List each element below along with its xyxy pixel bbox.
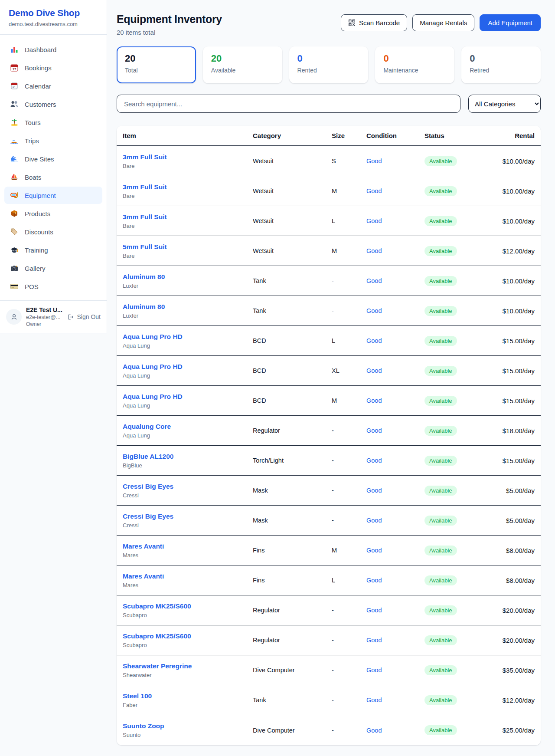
condition-link[interactable]: Good	[366, 307, 424, 314]
sidebar-item-dashboard[interactable]: Dashboard	[4, 41, 102, 58]
rental-cell: $15.00/day	[494, 337, 535, 345]
stat-card-available[interactable]: 20 Available	[203, 46, 282, 83]
item-name-link[interactable]: Aluminum 80	[123, 273, 253, 281]
size-cell: XL	[332, 367, 366, 374]
sidebar-item-training[interactable]: Training	[4, 241, 102, 259]
condition-link[interactable]: Good	[366, 367, 424, 374]
add-equipment-button[interactable]: Add Equipment	[480, 14, 541, 31]
stat-value: 0	[297, 53, 360, 64]
item-name-link[interactable]: Suunto Zoop	[123, 722, 253, 730]
item-name-link[interactable]: Shearwater Peregrine	[123, 662, 253, 670]
stat-card-rented[interactable]: 0 Rented	[289, 46, 369, 83]
item-name-link[interactable]: 3mm Full Suit	[123, 183, 253, 191]
user-name: E2E Test U...	[26, 306, 62, 313]
condition-link[interactable]: Good	[366, 667, 424, 674]
condition-link[interactable]: Good	[366, 517, 424, 524]
rental-cell: $20.00/day	[494, 607, 535, 614]
item-name-link[interactable]: 5mm Full Suit	[123, 243, 253, 251]
category-cell: BCD	[253, 367, 332, 374]
rental-cell: $12.00/day	[494, 697, 535, 704]
condition-link[interactable]: Good	[366, 158, 424, 164]
sidebar-item-gallery[interactable]: Gallery	[4, 260, 102, 277]
stat-card-total[interactable]: 20 Total	[117, 46, 196, 83]
scan-barcode-button[interactable]: Scan Barcode	[341, 14, 407, 31]
item-brand: BigBlue	[123, 462, 253, 469]
brand-name: Demo Dive Shop	[9, 8, 98, 18]
item-name-link[interactable]: Mares Avanti	[123, 542, 253, 550]
condition-link[interactable]: Good	[366, 337, 424, 344]
condition-link[interactable]: Good	[366, 187, 424, 194]
condition-link[interactable]: Good	[366, 547, 424, 554]
table-row: Scubapro MK25/S600 Scubapro Regulator - …	[117, 625, 541, 655]
grad-cap-icon	[10, 246, 19, 254]
condition-link[interactable]: Good	[366, 457, 424, 464]
sidebar-item-label: Equipment	[25, 192, 56, 199]
sidebar-item-label: Training	[25, 247, 48, 254]
category-cell: BCD	[253, 397, 332, 404]
item-name-link[interactable]: Steel 100	[123, 692, 253, 700]
sidebar-item-customers[interactable]: Customers	[4, 95, 102, 113]
item-name-link[interactable]: Mares Avanti	[123, 572, 253, 580]
sidebar-item-calendar[interactable]: Calendar	[4, 77, 102, 95]
condition-link[interactable]: Good	[366, 427, 424, 434]
item-name-link[interactable]: Cressi Big Eyes	[123, 483, 253, 490]
sidebar-item-products[interactable]: Products	[4, 205, 102, 222]
condition-link[interactable]: Good	[366, 607, 424, 614]
item-name-link[interactable]: Aqua Lung Pro HD	[123, 393, 253, 401]
item-name-link[interactable]: Scubapro MK25/S600	[123, 602, 253, 610]
stat-card-maintenance[interactable]: 0 Maintenance	[375, 46, 454, 83]
sidebar-item-bookings[interactable]: 17 Bookings	[4, 59, 102, 76]
sidebar-item-discounts[interactable]: Discounts	[4, 223, 102, 240]
sign-out-button[interactable]: Sign Out	[67, 313, 101, 321]
rental-cell: $15.00/day	[494, 457, 535, 464]
sidebar-item-dive-sites[interactable]: Dive Sites	[4, 150, 102, 168]
category-select[interactable]: All Categories	[468, 95, 541, 113]
item-name-link[interactable]: Aluminum 80	[123, 303, 253, 311]
sidebar-item-pos[interactable]: POS	[4, 278, 102, 295]
item-name-link[interactable]: Cressi Big Eyes	[123, 513, 253, 520]
item-name-link[interactable]: 3mm Full Suit	[123, 153, 253, 161]
rental-cell: $15.00/day	[494, 397, 535, 404]
item-name-link[interactable]: 3mm Full Suit	[123, 213, 253, 221]
item-brand: Aqua Lung	[123, 372, 253, 379]
category-cell: Regulator	[253, 637, 332, 644]
status-badge: Available	[424, 306, 457, 316]
manage-rentals-button[interactable]: Manage Rentals	[412, 14, 474, 31]
condition-link[interactable]: Good	[366, 697, 424, 703]
table-row: Aluminum 80 Luxfer Tank - Good Available…	[117, 296, 541, 326]
item-name-link[interactable]: Aqualung Core	[123, 423, 253, 431]
item-name-link[interactable]: Scubapro MK25/S600	[123, 632, 253, 640]
size-cell: M	[332, 247, 366, 254]
size-cell: -	[332, 307, 366, 314]
table-header-row: Item Category Size Condition Status Rent…	[117, 126, 541, 146]
condition-link[interactable]: Good	[366, 637, 424, 644]
search-input[interactable]	[117, 95, 460, 113]
condition-link[interactable]: Good	[366, 577, 424, 584]
table-row: 3mm Full Suit Bare Wetsuit L Good Availa…	[117, 206, 541, 236]
sidebar-item-tours[interactable]: Tours	[4, 114, 102, 131]
sidebar-item-boats[interactable]: Boats	[4, 168, 102, 186]
condition-link[interactable]: Good	[366, 727, 424, 734]
item-name-link[interactable]: Aqua Lung Pro HD	[123, 363, 253, 371]
category-cell: Fins	[253, 577, 332, 584]
table-row: Shearwater Peregrine Shearwater Dive Com…	[117, 655, 541, 685]
condition-link[interactable]: Good	[366, 247, 424, 254]
rental-cell: $18.00/day	[494, 427, 535, 434]
table-row: Aqua Lung Pro HD Aqua Lung BCD M Good Av…	[117, 386, 541, 416]
sidebar-item-label: Products	[25, 210, 50, 217]
size-cell: -	[332, 697, 366, 703]
sidebar-item-trips[interactable]: Trips	[4, 132, 102, 149]
condition-link[interactable]: Good	[366, 487, 424, 494]
condition-link[interactable]: Good	[366, 277, 424, 284]
item-brand: Luxfer	[123, 283, 253, 289]
logout-icon	[67, 313, 75, 321]
condition-link[interactable]: Good	[366, 397, 424, 404]
condition-link[interactable]: Good	[366, 217, 424, 224]
stat-card-retired[interactable]: 0 Retired	[461, 46, 541, 83]
sidebar-item-equipment[interactable]: Equipment	[4, 187, 102, 204]
item-name-link[interactable]: BigBlue AL1200	[123, 453, 253, 460]
size-cell: M	[332, 187, 366, 194]
item-name-link[interactable]: Aqua Lung Pro HD	[123, 333, 253, 341]
column-header-condition: Condition	[366, 132, 424, 139]
category-cell: Wetsuit	[253, 187, 332, 194]
